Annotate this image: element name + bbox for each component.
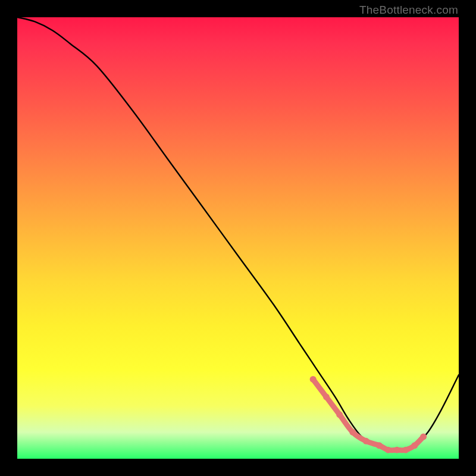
highlight-dot [376,442,383,449]
highlight-dot [385,447,392,453]
highlight-markers [310,376,427,453]
chart-svg [17,17,459,459]
chart-frame: TheBottleneck.com [0,0,476,476]
watermark-text: TheBottleneck.com [359,4,458,17]
highlight-dot [323,394,330,400]
plot-area [17,17,459,459]
highlight-dot [411,442,418,449]
highlight-dot [402,447,409,453]
highlight-dot [363,438,369,444]
highlight-dot [336,411,343,418]
highlight-dot [420,433,427,440]
curve-line [17,17,459,450]
highlight-dot [310,376,317,383]
highlight-dot [394,447,400,453]
highlight-dot [349,429,356,436]
